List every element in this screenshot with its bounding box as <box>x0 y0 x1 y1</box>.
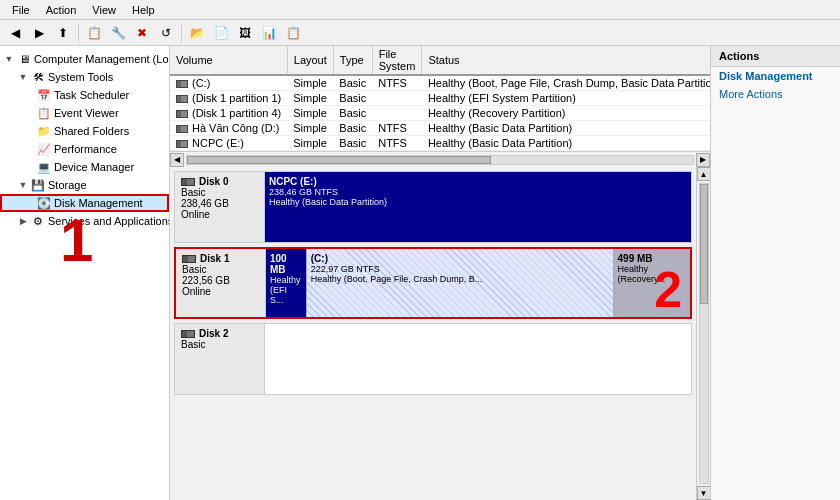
partition[interactable]: 100 MB Healthy (EFI S... <box>266 249 307 317</box>
actions-panel: Actions Disk Management More Actions <box>710 46 840 500</box>
disk-partitions: 100 MB Healthy (EFI S... (C:) 222,97 GB … <box>266 249 690 317</box>
v-scrollbar[interactable]: ▲ ▼ <box>696 167 710 500</box>
toolbar-back[interactable]: ◀ <box>4 22 26 44</box>
partition-label: 100 MB <box>270 253 302 275</box>
cell-type: Basic <box>333 121 372 136</box>
main-container: ▼ 🖥 Computer Management (Local ▼ 🛠 Syste… <box>0 46 840 500</box>
cell-volume: NCPC (E:) <box>170 136 287 151</box>
disk-info: Disk 2 Basic <box>175 324 265 394</box>
toolbar-delete[interactable]: ✖ <box>131 22 153 44</box>
cell-layout: Simple <box>287 75 333 91</box>
disk-partitions: NCPC (E:) 238,46 GB NTFS Healthy (Basic … <box>265 172 691 242</box>
disk-type: Basic <box>182 264 259 275</box>
toolbar-icon1[interactable]: 🖼 <box>234 22 256 44</box>
tree-item-device-manager[interactable]: 💻 Device Manager <box>0 158 169 176</box>
shared-folders-icon: 📁 <box>36 123 52 139</box>
toolbar-new[interactable]: 📄 <box>210 22 232 44</box>
toolbar-forward[interactable]: ▶ <box>28 22 50 44</box>
disk-status: Online <box>182 286 259 297</box>
v-scroll-down[interactable]: ▼ <box>697 486 711 500</box>
tree-item-disk-management[interactable]: 💽 Disk Management <box>0 194 169 212</box>
expand-icon-system-tools: ▼ <box>16 70 30 84</box>
tree-root-item[interactable]: ▼ 🖥 Computer Management (Local <box>0 50 169 68</box>
cell-fs <box>372 106 422 121</box>
cell-type: Basic <box>333 136 372 151</box>
partition-label: NCPC (E:) <box>269 176 687 187</box>
toolbar-show-hide[interactable]: 📋 <box>83 22 105 44</box>
tree-label-shared-folders: Shared Folders <box>54 125 129 137</box>
col-header-type[interactable]: Type <box>333 46 372 75</box>
v-scroll-up[interactable]: ▲ <box>697 167 711 181</box>
scroll-right-arrow[interactable]: ▶ <box>696 153 710 167</box>
tree-item-system-tools[interactable]: ▼ 🛠 System Tools <box>0 68 169 86</box>
toolbar-up[interactable]: ⬆ <box>52 22 74 44</box>
disk-row[interactable]: Disk 1 Basic 223,56 GB Online 100 MB Hea… <box>174 247 692 319</box>
disk-title: Disk 2 <box>181 328 258 339</box>
menu-action[interactable]: Action <box>38 2 85 18</box>
tree-label-device-manager: Device Manager <box>54 161 134 173</box>
tree-item-performance[interactable]: 📈 Performance <box>0 140 169 158</box>
toolbar: ◀ ▶ ⬆ 📋 🔧 ✖ ↺ 📂 📄 🖼 📊 📋 <box>0 20 840 46</box>
menu-view[interactable]: View <box>84 2 124 18</box>
system-tools-icon: 🛠 <box>30 69 46 85</box>
table-row[interactable]: NCPC (E:) Simple Basic NTFS Healthy (Bas… <box>170 136 710 151</box>
partition[interactable]: (C:) 222,97 GB NTFS Healthy (Boot, Page … <box>307 249 614 317</box>
tree-item-shared-folders[interactable]: 📁 Shared Folders <box>0 122 169 140</box>
disk-row[interactable]: Disk 0 Basic 238,46 GB Online NCPC (E:) … <box>174 171 692 243</box>
cell-fs: NTFS <box>372 75 422 91</box>
disk-scroll-area: Disk 0 Basic 238,46 GB Online NCPC (E:) … <box>170 167 710 500</box>
tree-item-storage[interactable]: ▼ 💾 Storage <box>0 176 169 194</box>
col-header-status[interactable]: Status <box>422 46 710 75</box>
cell-layout: Simple <box>287 91 333 106</box>
partition[interactable]: 499 MB Healthy (Recovery... <box>614 249 690 317</box>
tree-item-event-viewer[interactable]: 📋 Event Viewer <box>0 104 169 122</box>
disk-size: 223,56 GB <box>182 275 259 286</box>
cell-status: Healthy (Basic Data Partition) <box>422 136 710 151</box>
tree-item-services-apps[interactable]: ▶ ⚙ Services and Applications <box>0 212 169 230</box>
tree-label-event-viewer: Event Viewer <box>54 107 119 119</box>
toolbar-open[interactable]: 📂 <box>186 22 208 44</box>
h-scrollbar-thumb[interactable] <box>187 156 491 164</box>
disk-area[interactable]: Disk 0 Basic 238,46 GB Online NCPC (E:) … <box>170 167 696 500</box>
cell-layout: Simple <box>287 106 333 121</box>
toolbar-properties[interactable]: 🔧 <box>107 22 129 44</box>
tree-root-label: Computer Management (Local <box>34 53 170 65</box>
tree-label-disk-management: Disk Management <box>54 197 143 209</box>
toolbar-refresh[interactable]: ↺ <box>155 22 177 44</box>
disk-type: Basic <box>181 187 258 198</box>
cell-volume: Hà Văn Công (D:) <box>170 121 287 136</box>
toolbar-icon2[interactable]: 📊 <box>258 22 280 44</box>
table-row[interactable]: (C:) Simple Basic NTFS Healthy (Boot, Pa… <box>170 75 710 91</box>
disk-size: 238,46 GB <box>181 198 258 209</box>
col-header-layout[interactable]: Layout <box>287 46 333 75</box>
col-header-fs[interactable]: File System <box>372 46 422 75</box>
table-row[interactable]: (Disk 1 partition 4) Simple Basic Health… <box>170 106 710 121</box>
cell-layout: Simple <box>287 136 333 151</box>
partition[interactable]: NCPC (E:) 238,46 GB NTFS Healthy (Basic … <box>265 172 691 242</box>
volume-table: Volume Layout Type File System Status (C… <box>170 46 710 151</box>
computer-icon: 🖥 <box>16 51 32 67</box>
cell-layout: Simple <box>287 121 333 136</box>
disk-mgmt-icon: 💽 <box>36 195 52 211</box>
cell-status: Healthy (Boot, Page File, Crash Dump, Ba… <box>422 75 710 91</box>
toolbar-icon3[interactable]: 📋 <box>282 22 304 44</box>
disk-type: Basic <box>181 339 258 350</box>
tree-label-task-scheduler: Task Scheduler <box>54 89 129 101</box>
table-scroll[interactable]: Volume Layout Type File System Status (C… <box>170 46 710 151</box>
cell-status: Healthy (Recovery Partition) <box>422 106 710 121</box>
event-viewer-icon: 📋 <box>36 105 52 121</box>
table-row[interactable]: (Disk 1 partition 1) Simple Basic Health… <box>170 91 710 106</box>
menu-help[interactable]: Help <box>124 2 163 18</box>
scroll-left-arrow[interactable]: ◀ <box>170 153 184 167</box>
action-disk-management[interactable]: Disk Management <box>711 67 840 85</box>
h-scrollbar[interactable]: ◀ ▶ <box>170 151 710 167</box>
services-icon: ⚙ <box>30 213 46 229</box>
action-more-actions[interactable]: More Actions <box>711 85 840 103</box>
col-header-volume[interactable]: Volume <box>170 46 287 75</box>
tree-item-task-scheduler[interactable]: 📅 Task Scheduler <box>0 86 169 104</box>
disk-row[interactable]: Disk 2 Basic <box>174 323 692 395</box>
table-row[interactable]: Hà Văn Công (D:) Simple Basic NTFS Healt… <box>170 121 710 136</box>
v-scrollbar-thumb[interactable] <box>700 184 708 304</box>
left-panel: ▼ 🖥 Computer Management (Local ▼ 🛠 Syste… <box>0 46 170 500</box>
menu-file[interactable]: File <box>4 2 38 18</box>
